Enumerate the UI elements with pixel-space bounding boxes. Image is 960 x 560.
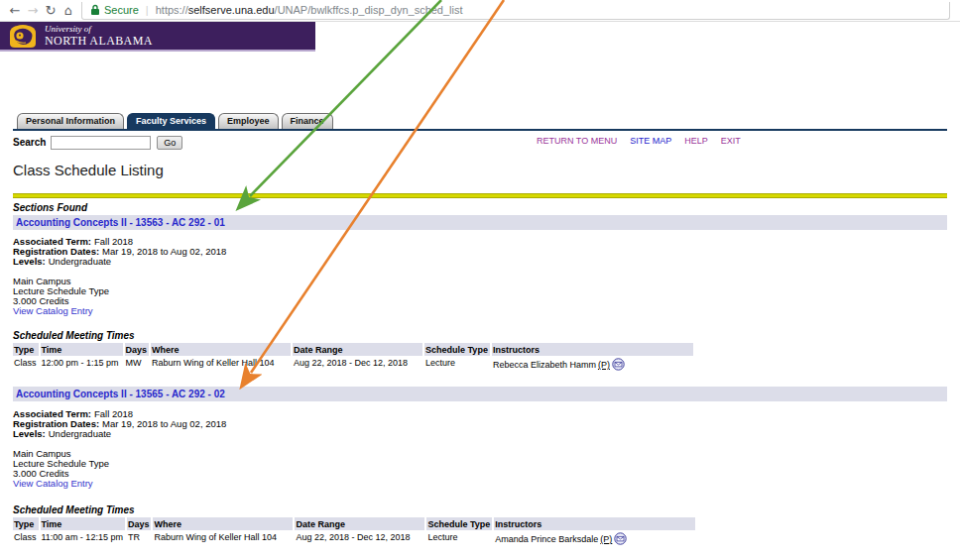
- course-title-bar: Accounting Concepts II - 13565 - AC 292 …: [13, 387, 947, 401]
- return-to-menu-link[interactable]: RETURN TO MENU: [537, 136, 617, 146]
- tab-faculty-services[interactable]: Faculty Services: [127, 113, 215, 129]
- search-input[interactable]: [51, 136, 151, 150]
- reload-icon[interactable]: ↻: [42, 2, 60, 20]
- search-label: Search: [13, 137, 46, 148]
- course-title-bar: Accounting Concepts II - 13563 - AC 292 …: [13, 215, 947, 230]
- utility-links: RETURN TO MENU SITE MAP HELP EXIT: [537, 136, 741, 146]
- address-bar[interactable]: Secure | https://selfserve.una.edu/UNAP/…: [81, 2, 950, 20]
- padlock-icon: [90, 4, 100, 16]
- table-header-row: Type Time Days Where Date Range Schedule…: [13, 517, 695, 530]
- meeting-times-table: Type Time Days Where Date Range Schedule…: [11, 517, 697, 545]
- course-details: Associated Term:Fall 2018 Registration D…: [13, 409, 960, 439]
- tab-personal-information[interactable]: Personal Information: [17, 113, 124, 129]
- page-title: Class Schedule Listing: [13, 162, 960, 178]
- tab-finance[interactable]: Finance: [282, 113, 333, 129]
- levels: Levels:Undergraduate: [13, 429, 960, 439]
- scheduled-meeting-times-label: Scheduled Meeting Times: [13, 504, 960, 515]
- course-title-link[interactable]: Accounting Concepts II - 13565 - AC 292 …: [16, 389, 225, 399]
- browser-toolbar: ← → ↻ ⌂ Secure | https://selfserve.una.e…: [0, 0, 960, 22]
- university-name: University of NORTH ALABAMA: [45, 25, 153, 47]
- credits-line: 3.000 Credits: [13, 296, 960, 306]
- url-text: https://selfserve.una.edu/UNAP/bwlkffcs.…: [156, 4, 463, 16]
- registration-dates: Registration Dates:Mar 19, 2018 to Aug 0…: [13, 247, 960, 257]
- go-button[interactable]: Go: [157, 136, 182, 150]
- instructor-name: Amanda Prince Barksdale: [495, 534, 598, 544]
- schedule-type-line: Lecture Schedule Type: [13, 459, 960, 469]
- omnibox-separator: |: [146, 4, 149, 16]
- course-attributes: Main Campus Lecture Schedule Type 3.000 …: [13, 449, 960, 489]
- view-catalog-entry-link[interactable]: View Catalog Entry: [13, 305, 93, 316]
- meeting-row: Class 12:00 pm - 1:15 pm MW Raburn Wing …: [13, 356, 693, 371]
- menu-tabs: Personal Information Faculty Services Em…: [17, 113, 960, 129]
- secure-label: Secure: [104, 4, 139, 16]
- table-header-row: Type Time Days Where Date Range Schedule…: [13, 343, 693, 356]
- course-title-link[interactable]: Accounting Concepts II - 13563 - AC 292 …: [16, 217, 225, 228]
- meeting-times-table: Type Time Days Where Date Range Schedule…: [11, 343, 695, 371]
- course-details: Associated Term:Fall 2018 Registration D…: [13, 237, 960, 267]
- course-section: Accounting Concepts II - 13565 - AC 292 …: [0, 387, 960, 545]
- view-catalog-entry-link[interactable]: View Catalog Entry: [13, 478, 93, 489]
- home-icon[interactable]: ⌂: [60, 2, 77, 20]
- primary-instructor-link[interactable]: (P): [598, 360, 610, 370]
- meeting-row: Class 11:00 am - 12:15 pm TR Raburn Wing…: [13, 530, 695, 545]
- scheduled-meeting-times-label: Scheduled Meeting Times: [13, 330, 960, 341]
- campus: Main Campus: [13, 449, 960, 459]
- university-banner: University of NORTH ALABAMA: [0, 22, 315, 52]
- help-link[interactable]: HELP: [684, 136, 708, 146]
- schedule-type-line: Lecture Schedule Type: [13, 286, 960, 296]
- course-section: Accounting Concepts II - 13563 - AC 292 …: [0, 215, 960, 371]
- campus: Main Campus: [13, 277, 960, 286]
- forward-icon[interactable]: →: [24, 2, 42, 20]
- instructor-name: Rebecca Elizabeth Hamm: [493, 360, 596, 370]
- una-lion-logo: [8, 23, 38, 49]
- email-icon[interactable]: [614, 532, 627, 545]
- back-icon[interactable]: ←: [6, 2, 24, 20]
- sections-found-label: Sections Found: [13, 202, 960, 213]
- credits-line: 3.000 Credits: [13, 469, 960, 479]
- registration-dates: Registration Dates:Mar 19, 2018 to Aug 0…: [13, 419, 960, 429]
- levels: Levels:Undergraduate: [13, 257, 960, 267]
- course-attributes: Main Campus Lecture Schedule Type 3.000 …: [13, 277, 960, 316]
- divider-rule: [13, 193, 947, 198]
- tab-underline: [13, 129, 947, 131]
- primary-instructor-link[interactable]: (P): [600, 534, 612, 544]
- tab-employee[interactable]: Employee: [218, 113, 279, 129]
- search-row: Search Go RETURN TO MENU SITE MAP HELP E…: [13, 134, 947, 151]
- site-map-link[interactable]: SITE MAP: [630, 136, 671, 146]
- exit-link[interactable]: EXIT: [721, 136, 741, 146]
- email-icon[interactable]: [612, 358, 625, 371]
